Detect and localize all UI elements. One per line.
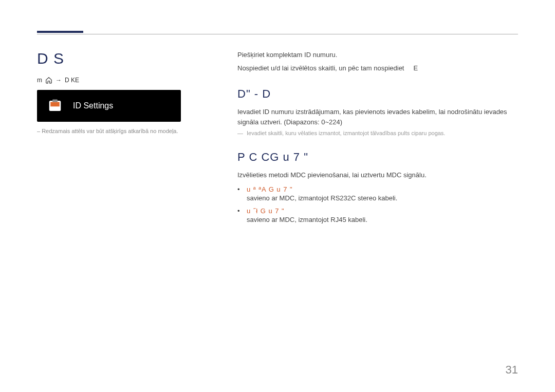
nav-arrow: → [55, 77, 62, 84]
subheading-device-id: D" - D [237, 87, 518, 101]
svg-rect-2 [52, 100, 58, 102]
bullet1-text: savieno ar MDC, izmantojot RS232C stereo… [247, 194, 518, 202]
svg-rect-1 [50, 102, 60, 107]
bullet-rj45: u ˝ł G u 7 " savieno ar MDC, izmantojot … [237, 207, 518, 223]
sec1-note: Ievadiet skaitli, kuru vēlaties izmantot… [247, 130, 518, 136]
bullet1-label: u ª ªA G u 7 " [247, 185, 518, 193]
enter-key-label: E [414, 64, 418, 72]
page-number: 31 [506, 363, 518, 377]
left-column: D S m → D KE ID Settings – Redzamais att… [37, 50, 212, 223]
subheading-pc-connection: P C CG u 7 " [237, 151, 518, 164]
right-column: Piešķiriet komplektam ID numuru. Nospied… [237, 50, 518, 223]
content-columns: D S m → D KE ID Settings – Redzamais att… [37, 50, 518, 223]
horizontal-rule [37, 34, 518, 34]
sec2-body: Izvēlieties metodi MDC pievienošanai, la… [237, 170, 518, 180]
intro-2a: Nospiediet [237, 64, 271, 72]
home-icon [45, 77, 52, 84]
arrow-key-icon: u/d [271, 64, 280, 72]
id-tag-icon [47, 98, 63, 114]
bullet-rs232c: u ª ªA G u 7 " savieno ar MDC, izmantojo… [237, 185, 518, 202]
bullet2-text: savieno ar MDC, izmantojot RJ45 kabeli. [247, 216, 518, 223]
accent-bar [37, 31, 83, 33]
nav-key-b: D KE [65, 77, 79, 84]
document-page: D S m → D KE ID Settings – Redzamais att… [0, 0, 555, 244]
sec1-body: Ievadiet ID numuru izstrādājumam, kas pi… [237, 107, 518, 127]
bullet2-label: u ˝ł G u 7 " [247, 207, 518, 215]
settings-card-label: ID Settings [73, 101, 113, 110]
nav-key-a: m [37, 77, 42, 84]
intro-line-1: Piešķiriet komplektam ID numuru. [237, 50, 518, 60]
model-footnote: – Redzamais attēls var būt atšķirīgs atk… [37, 128, 212, 134]
intro-line-2: Nospiediet u/d lai izvēlētos skaitli, un… [237, 63, 518, 73]
intro-2b: lai izvēlētos skaitli, un pēc tam nospie… [282, 64, 404, 72]
breadcrumb: m → D KE [37, 77, 212, 84]
settings-card: ID Settings [37, 90, 181, 122]
section-title: D S [37, 50, 212, 67]
